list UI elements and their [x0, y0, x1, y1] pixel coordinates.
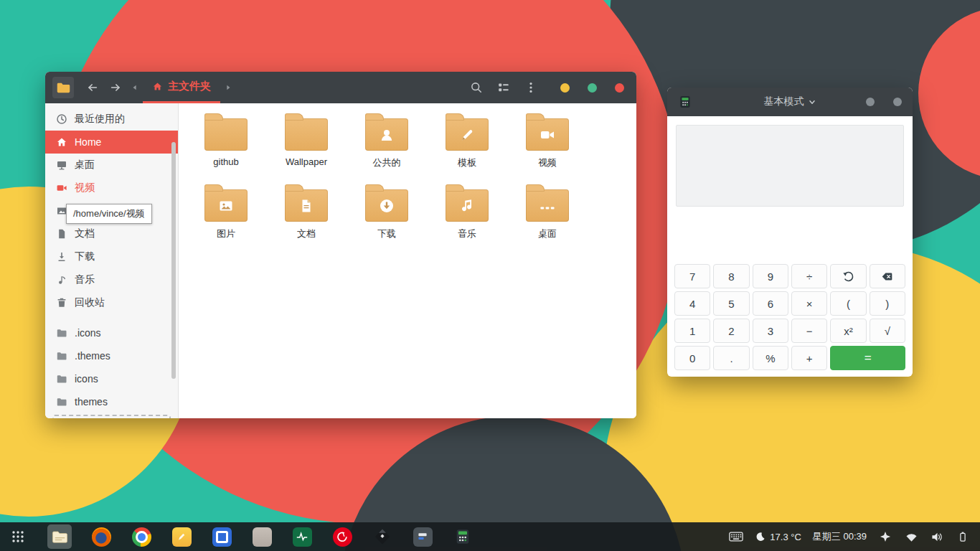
menu-button[interactable] — [520, 77, 542, 98]
weather-indicator[interactable]: 17.3 °C — [755, 532, 801, 542]
key-3[interactable]: 3 — [753, 319, 788, 343]
key-7[interactable]: 7 — [674, 264, 710, 288]
key-0[interactable]: 0 — [674, 346, 710, 370]
key-6[interactable]: 6 — [753, 291, 788, 316]
sidebar-item-themes[interactable]: themes — [45, 390, 178, 413]
taskbar-blue-app[interactable] — [211, 526, 232, 547]
key-backspace[interactable] — [870, 264, 905, 288]
taskbar-chrome[interactable] — [131, 526, 152, 547]
taskbar-system-monitor[interactable] — [291, 526, 313, 547]
key-sqrt[interactable]: √ — [870, 319, 905, 343]
taskbar-inkscape[interactable] — [372, 526, 393, 547]
key-open-paren[interactable]: ( — [830, 291, 866, 316]
close-button[interactable] — [615, 83, 624, 93]
breadcrumb[interactable]: 主文件夹 — [143, 72, 220, 103]
minimize-button[interactable] — [560, 83, 570, 93]
minimize-button[interactable] — [866, 98, 875, 106]
key-2[interactable]: 2 — [713, 319, 749, 343]
search-button[interactable] — [466, 77, 487, 98]
sidebar-item-videos[interactable]: 视频 — [45, 176, 178, 199]
utility-app-icon — [413, 527, 433, 547]
taskbar-file-manager[interactable] — [47, 524, 72, 549]
file-item-documents[interactable]: 文档 — [266, 183, 347, 254]
app-icon-button[interactable] — [52, 77, 74, 98]
key-8[interactable]: 8 — [713, 264, 749, 288]
volume-icon — [931, 531, 943, 543]
taskbar-netease-music[interactable] — [331, 526, 353, 547]
folder-icon — [56, 396, 67, 408]
file-item-videos[interactable]: 视频 — [507, 112, 588, 183]
key-divide[interactable]: ÷ — [791, 264, 827, 288]
file-item-pictures[interactable]: 图片 — [186, 183, 266, 254]
sidebar-item-icons[interactable]: icons — [45, 367, 178, 390]
key-square[interactable]: x² — [830, 319, 866, 343]
document-emblem — [298, 197, 315, 215]
file-item-desktop[interactable]: 桌面 — [507, 183, 588, 254]
calc-display — [667, 116, 913, 264]
taskbar-utility-app[interactable] — [412, 526, 433, 547]
inkscape-icon — [373, 527, 392, 546]
breadcrumb-left-chevron-icon[interactable] — [131, 84, 138, 91]
tray-star[interactable] — [878, 529, 892, 544]
breadcrumb-right-chevron-icon[interactable] — [225, 84, 232, 91]
file-item-github[interactable]: github — [186, 112, 266, 183]
file-item-wallpaper[interactable]: Wallpaper — [266, 112, 347, 183]
view-toggle-button[interactable] — [493, 77, 514, 98]
home-icon — [56, 136, 67, 148]
sidebar-item-documents[interactable]: 文档 — [45, 222, 178, 245]
sidebar-scrollbar[interactable] — [171, 142, 176, 379]
maximize-button[interactable] — [588, 83, 597, 93]
document-icon — [56, 228, 67, 240]
sidebar-label: 回收站 — [75, 296, 105, 309]
sidebar-item-desktop[interactable]: 桌面 — [45, 154, 178, 176]
taskbar-archive-app[interactable] — [251, 526, 273, 547]
sidebar-item-dot-themes[interactable]: .themes — [45, 344, 178, 367]
sidebar-label: .icons — [75, 327, 101, 339]
key-multiply[interactable]: × — [791, 291, 827, 316]
music-emblem — [458, 197, 476, 215]
key-undo[interactable] — [830, 264, 866, 288]
key-close-paren[interactable]: ) — [870, 291, 905, 316]
key-1[interactable]: 1 — [674, 319, 710, 343]
launcher-button[interactable] — [7, 526, 29, 547]
tray-network[interactable] — [904, 529, 918, 544]
file-item-public[interactable]: 公共的 — [347, 112, 427, 183]
sidebar-item-dot-icons[interactable]: .icons — [45, 321, 178, 344]
sidebar-item-recent[interactable]: 最近使用的 — [45, 108, 178, 131]
music-icon — [56, 274, 67, 286]
view-toggle-icon — [497, 81, 510, 94]
file-label: 图片 — [217, 227, 235, 240]
sidebar-item-trash[interactable]: 回收站 — [45, 291, 178, 314]
file-item-downloads[interactable]: 下载 — [347, 183, 427, 254]
keyboard-icon — [729, 531, 743, 542]
close-button[interactable] — [893, 98, 902, 106]
calculator-window: 基本模式 7 8 9 ÷ — [667, 88, 913, 377]
key-minus[interactable]: − — [791, 319, 827, 343]
forward-button[interactable] — [104, 76, 127, 99]
key-plus[interactable]: + — [791, 346, 827, 370]
keyboard-indicator[interactable] — [729, 529, 743, 544]
folder-icon — [526, 189, 569, 222]
key-dot[interactable]: . — [713, 346, 749, 370]
back-arrow-icon — [86, 81, 99, 94]
tray-volume[interactable] — [930, 529, 944, 544]
clock-label[interactable]: 星期三 00:39 — [813, 530, 867, 543]
taskbar-calculator[interactable] — [452, 526, 473, 547]
file-item-templates[interactable]: 模板 — [427, 112, 507, 183]
sidebar-item-home[interactable]: Home — [45, 131, 178, 154]
taskbar-firefox[interactable] — [90, 526, 112, 547]
key-9[interactable]: 9 — [753, 264, 788, 288]
launcher-grid-icon — [11, 530, 24, 543]
file-item-music[interactable]: 音乐 — [427, 183, 507, 254]
key-5[interactable]: 5 — [713, 291, 749, 316]
key-equals[interactable]: = — [830, 346, 905, 370]
file-manager-titlebar: 主文件夹 — [45, 72, 636, 103]
back-button[interactable] — [81, 76, 104, 99]
tray-battery[interactable] — [956, 529, 970, 544]
taskbar-text-editor[interactable] — [171, 526, 192, 547]
sidebar-item-music[interactable]: 音乐 — [45, 268, 178, 291]
user-emblem — [378, 126, 395, 143]
key-4[interactable]: 4 — [674, 291, 710, 316]
sidebar-item-downloads[interactable]: 下载 — [45, 245, 178, 268]
key-percent[interactable]: % — [753, 346, 788, 370]
